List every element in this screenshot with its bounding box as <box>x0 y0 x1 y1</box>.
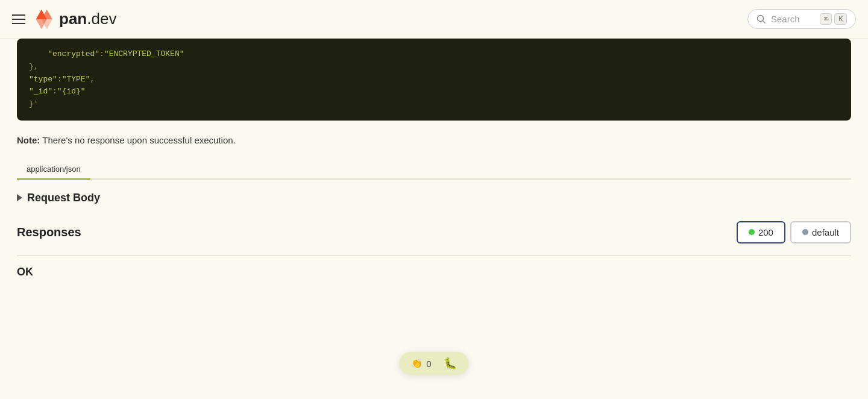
responses-label: Responses <box>17 225 81 239</box>
tab-application-json[interactable]: application/json <box>17 160 90 180</box>
dot-default-icon <box>802 229 808 235</box>
search-bar[interactable]: Search ⌘ K <box>747 9 856 29</box>
header: pan.dev Search ⌘ K <box>0 0 868 39</box>
tab-bar: application/json <box>17 160 851 180</box>
dot-200-icon <box>749 229 755 235</box>
response-default-button[interactable]: default <box>790 221 851 243</box>
response-buttons: 200 default <box>737 221 851 243</box>
search-placeholder-text: Search <box>771 14 815 24</box>
note-label: Note: <box>17 135 40 145</box>
svg-line-5 <box>763 20 766 23</box>
ok-text: OK <box>17 256 851 278</box>
kbd-modifier: ⌘ <box>820 13 832 25</box>
hamburger-menu-button[interactable] <box>12 14 25 24</box>
pan-logo-icon <box>34 7 58 31</box>
header-left: pan.dev <box>12 7 116 31</box>
logo-text: pan.dev <box>59 10 116 28</box>
response-200-label: 200 <box>758 227 773 237</box>
note-text: There's no response upon successful exec… <box>42 135 236 145</box>
triangle-expand-icon <box>17 194 22 201</box>
clap-count: 0 <box>426 359 431 369</box>
code-block: "encrypted":"ENCRYPTED_TOKEN" }, "type":… <box>17 39 851 121</box>
request-body-label: Request Body <box>27 192 100 204</box>
logo[interactable]: pan.dev <box>34 7 116 31</box>
response-200-button[interactable]: 200 <box>737 221 785 243</box>
kbd-key: K <box>834 13 847 25</box>
clap-icon: 👏 <box>411 358 423 369</box>
request-body-section-header[interactable]: Request Body <box>17 192 851 204</box>
note-section: Note: There's no response upon successfu… <box>17 135 851 145</box>
search-icon <box>756 14 766 24</box>
code-pre: "encrypted":"ENCRYPTED_TOKEN" }, "type":… <box>29 48 839 111</box>
clap-button[interactable]: 👏 0 <box>411 358 431 369</box>
main-content: "encrypted":"ENCRYPTED_TOKEN" }, "type":… <box>0 0 868 303</box>
floating-action-bar: 👏 0 🐛 <box>399 352 468 375</box>
search-keyboard-shortcut: ⌘ K <box>820 13 847 25</box>
bug-icon: 🐛 <box>444 357 457 369</box>
bug-report-button[interactable]: 🐛 <box>444 357 457 370</box>
response-default-label: default <box>812 227 839 237</box>
responses-section: Responses 200 default <box>17 216 851 243</box>
